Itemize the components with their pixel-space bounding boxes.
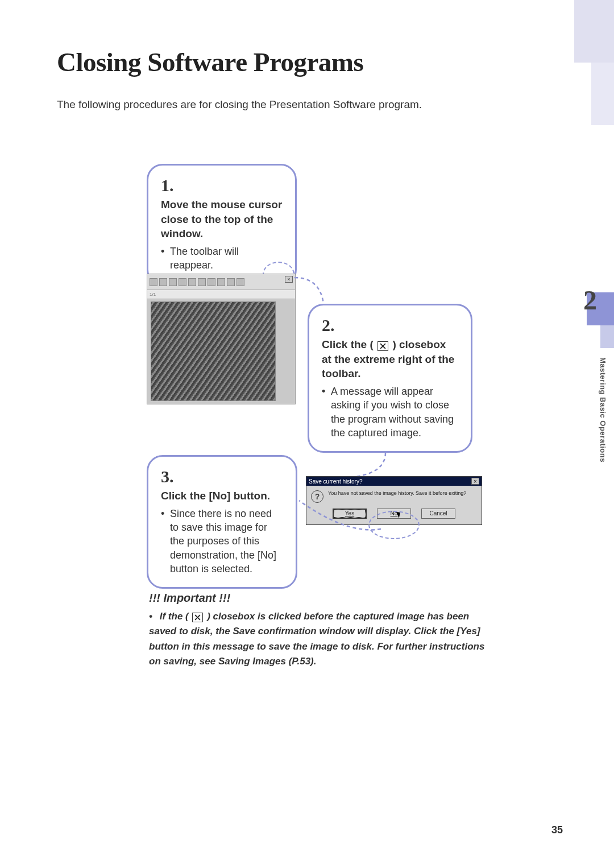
dialog-title: Save current history? [309,478,363,485]
close-icon [192,613,203,622]
intro-text: The following procedures are for closing… [57,97,546,113]
important-note: !!! Important !!! • If the ( ) closebox … [149,592,490,669]
chapter-number: 2 [583,284,597,316]
dialog-close-icon: × [471,478,479,485]
toolbar-button [237,278,244,286]
screenshot-toolbar-window: 1/1 × [147,274,296,404]
step-3-heading: Click the [No] button. [161,489,283,503]
toolbar-button [159,278,167,286]
bullet-dot: • [322,385,331,440]
close-icon [377,341,388,351]
step-1-number: 1. [161,176,283,195]
step-2-heading: Click the ( ) closebox at the extreme ri… [322,337,458,381]
toolbar-button [150,278,157,286]
screenshot-statusbar: 1/1 [147,290,295,299]
page-title: Closing Software Programs [57,47,546,77]
dialog-cancel-button[interactable]: Cancel [421,509,455,519]
step-3-box: 3. Click the [No] button. • Since there … [147,455,297,589]
screenshot-toolbar [147,274,295,290]
chapter-badge: 2 [587,292,614,325]
bullet-dot: • [161,507,170,576]
toolbar-button [208,278,215,286]
important-body: • If the ( ) closebox is clicked before … [149,609,490,669]
step-3-number: 3. [161,467,283,486]
step-3-body: • Since there is no need to save this im… [161,507,283,576]
step-2-box: 2. Click the ( ) closebox at the extreme… [308,304,472,453]
toolbar-button [169,278,177,286]
toolbar-button [198,278,206,286]
toolbar-button [227,278,235,286]
page-tab-upper [574,0,614,63]
page-number: 35 [551,824,563,836]
chapter-badge-stub [600,325,614,348]
toolbar-button [179,278,186,286]
page-tab-lower [591,63,614,125]
bullet-dot: • [161,245,170,272]
toolbar-button [188,278,196,286]
toolbar-button [217,278,225,286]
important-heading: !!! Important !!! [149,592,490,605]
connector-path-3 [296,495,387,540]
chapter-label: Mastering Basic Operations [599,357,607,462]
step-2-body: • A message will appear asking if you wi… [322,385,458,440]
step-2-number: 2. [322,316,458,335]
main-content: Closing Software Programs The following … [57,47,546,113]
screenshot-image-area [151,301,276,401]
step-1-heading: Move the mouse cursor close to the top o… [161,197,283,241]
dialog-titlebar: Save current history? × [306,477,482,486]
